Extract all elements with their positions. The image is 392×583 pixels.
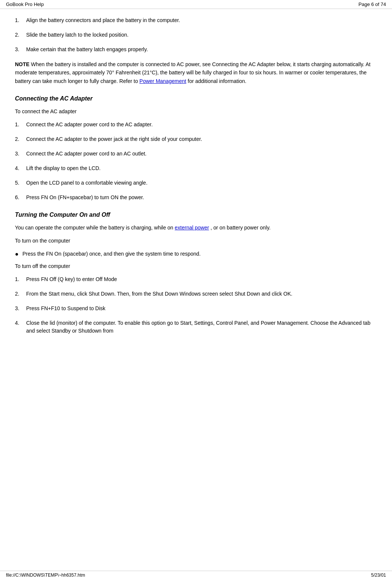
list-number: 4. (15, 164, 26, 172)
list-item: 1. Press FN Off (Q key) to enter Off Mod… (15, 275, 377, 283)
turn-on-bullets: ● Press the FN On (spacebar) once, and t… (15, 250, 377, 258)
app-title: GoBook Pro Help (6, 1, 44, 7)
list-item: 6. Press FN On (FN+spacebar) to turn ON … (15, 194, 377, 201)
turn-on-label: To turn on the computer (15, 237, 377, 245)
list-number: 2. (15, 290, 26, 298)
list-item: 3. Press FN+F10 to Suspend to Disk (15, 305, 377, 312)
ac-adapter-heading: Connecting the AC Adapter (15, 94, 377, 103)
list-number: 1. (15, 16, 26, 24)
list-item: 5. Open the LCD panel to a comfortable v… (15, 179, 377, 187)
file-path: file://C:\WINDOWS\TEMP\~hh6357.htm (6, 573, 85, 578)
list-text: Press FN+F10 to Suspend to Disk (26, 305, 105, 312)
list-number: 3. (15, 305, 26, 312)
note-block: NOTE When the battery is installed and t… (15, 60, 377, 85)
list-number: 6. (15, 194, 26, 201)
list-text: Slide the battery latch to the locked po… (26, 31, 129, 39)
list-text: Connect the AC adapter power cord to the… (26, 121, 153, 129)
page-number: Page 6 of 74 (358, 1, 386, 7)
list-item: 4. Close the lid (monitor) of the comput… (15, 319, 377, 335)
list-item: 2. Connect the AC adapter to the power j… (15, 135, 377, 143)
list-text: From the Start menu, click Shut Down. Th… (26, 290, 292, 298)
list-text: Align the battery connectors and place t… (26, 16, 180, 24)
external-power-link[interactable]: external power (175, 225, 209, 231)
list-item: ● Press the FN On (spacebar) once, and t… (15, 250, 377, 258)
ac-adapter-steps: 1. Connect the AC adapter power cord to … (15, 121, 377, 201)
turning-intro: You can operate the computer while the b… (15, 224, 377, 232)
list-item: 3. Connect the AC adapter power cord to … (15, 150, 377, 158)
list-number: 4. (15, 319, 26, 327)
list-text: Press FN Off (Q key) to enter Off Mode (26, 275, 117, 283)
list-item: 2. From the Start menu, click Shut Down.… (15, 290, 377, 298)
list-item: 3. Make certain that the battery latch e… (15, 46, 377, 53)
turning-intro-suffix: , or on battery power only. (209, 225, 271, 231)
list-number: 1. (15, 121, 26, 129)
turn-off-label: To turn off the computer (15, 262, 377, 270)
list-text: Make certain that the battery latch enga… (26, 46, 148, 53)
list-number: 1. (15, 275, 26, 283)
battery-install-list: 1. Align the battery connectors and plac… (15, 16, 377, 53)
list-text: Connect the AC adapter power cord to an … (26, 150, 146, 158)
list-item: 1. Align the battery connectors and plac… (15, 16, 377, 24)
content-area: 1. Align the battery connectors and plac… (0, 9, 392, 349)
note-label: NOTE (15, 61, 30, 67)
list-number: 2. (15, 31, 26, 39)
note-suffix: for additional information. (186, 78, 246, 84)
list-text: Lift the display to open the LCD. (26, 164, 101, 172)
list-text: Press the FN On (spacebar) once, and the… (22, 250, 201, 258)
list-number: 3. (15, 46, 26, 53)
page-header: GoBook Pro Help Page 6 of 74 (0, 0, 392, 9)
list-item: 2. Slide the battery latch to the locked… (15, 31, 377, 39)
turn-off-steps: 1. Press FN Off (Q key) to enter Off Mod… (15, 275, 377, 335)
page-footer: file://C:\WINDOWS\TEMP\~hh6357.htm 5/23/… (0, 571, 392, 579)
list-item: 4. Lift the display to open the LCD. (15, 164, 377, 172)
turning-heading: Turning the Computer On and Off (15, 210, 377, 219)
turning-intro-text: You can operate the computer while the b… (15, 225, 175, 231)
list-text: Connect the AC adapter to the power jack… (26, 135, 202, 143)
list-number: 5. (15, 179, 26, 187)
ac-adapter-intro: To connect the AC adapter (15, 108, 377, 115)
list-text: Close the lid (monitor) of the computer.… (26, 319, 377, 335)
power-management-link[interactable]: Power Management (139, 78, 186, 84)
bullet-icon: ● (15, 250, 22, 258)
list-item: 1. Connect the AC adapter power cord to … (15, 121, 377, 129)
list-number: 3. (15, 150, 26, 158)
list-number: 2. (15, 135, 26, 143)
list-text: Press FN On (FN+spacebar) to turn ON the… (26, 194, 144, 201)
list-text: Open the LCD panel to a comfortable view… (26, 179, 148, 187)
date: 5/23/01 (371, 573, 386, 578)
